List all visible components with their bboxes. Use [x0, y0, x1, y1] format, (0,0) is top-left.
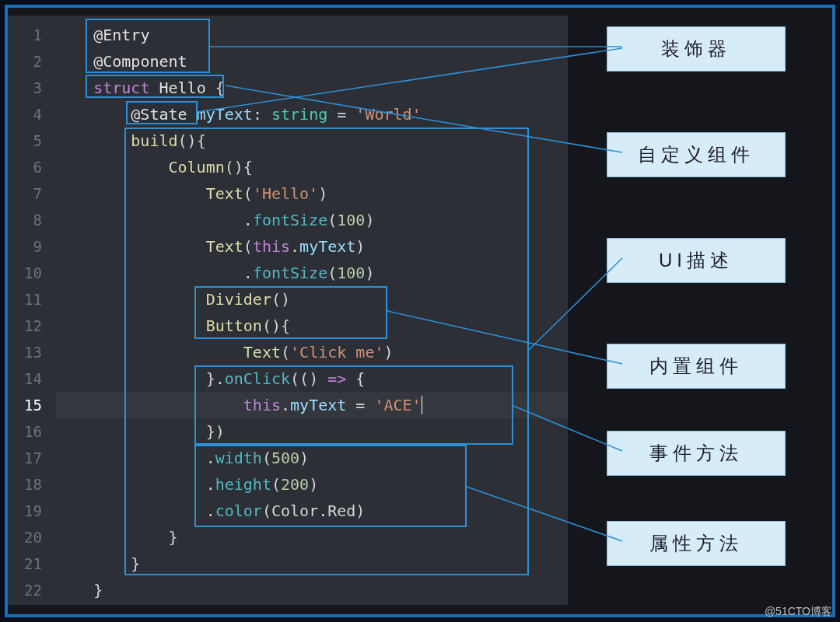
- line-number-gutter: 12345678910111213141516171819202122: [8, 16, 56, 605]
- label-builtin-component: 内置组件: [607, 344, 786, 389]
- watermark: @51CTO博客: [765, 605, 832, 619]
- diagram-frame: 12345678910111213141516171819202122 @Ent…: [5, 5, 835, 617]
- label-event-method: 事件方法: [607, 431, 786, 476]
- label-attribute-method: 属性方法: [607, 521, 786, 566]
- label-ui-description: UI描述: [607, 238, 786, 283]
- code-area: @Entry @Component struct Hello { @State …: [56, 16, 568, 605]
- label-custom-component: 自定义组件: [607, 132, 786, 177]
- code-editor: 12345678910111213141516171819202122 @Ent…: [8, 16, 568, 605]
- label-decorator: 装饰器: [607, 26, 786, 72]
